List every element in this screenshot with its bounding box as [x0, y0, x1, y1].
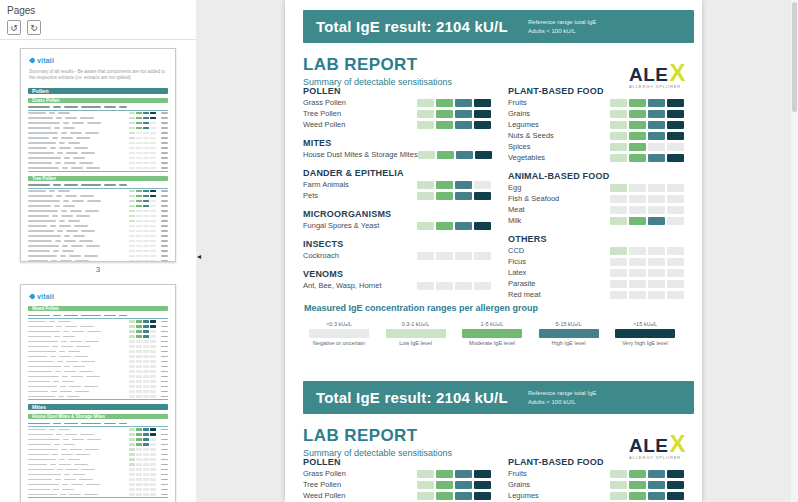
vitali-logo: vitali	[30, 293, 168, 300]
allergen-row: Fruits	[508, 97, 684, 108]
legend-range: 5-15 kUₐ/L	[539, 321, 599, 327]
ige-swatch-neg	[648, 258, 665, 266]
ige-swatch-low	[610, 184, 627, 192]
allergen-row: Grass Pollen	[303, 468, 491, 479]
allergen-row: CCD	[508, 245, 684, 256]
allergen-label: Fruits	[508, 98, 527, 107]
allergen-row: Ant, Bee, Wasp, Hornet	[303, 280, 491, 291]
ige-swatch-low	[417, 222, 434, 230]
rotate-page-right-icon[interactable]: ↻	[27, 20, 41, 35]
allergen-row: Spices	[508, 141, 684, 152]
lab-report-title: LAB REPORT	[303, 55, 452, 75]
ige-swatches	[610, 470, 684, 478]
allergen-row: Ficus	[508, 256, 684, 267]
ige-swatches	[417, 99, 491, 107]
ige-swatch-low	[610, 217, 627, 225]
ige-swatches	[417, 110, 491, 118]
category-group: VENOMSAnt, Bee, Wasp, Hornet	[303, 269, 491, 291]
ige-swatch-mod	[436, 121, 453, 129]
allergen-row: Weed Pollen	[303, 119, 491, 130]
ige-swatches	[417, 252, 491, 260]
legend-desc: Very high IgE level	[615, 340, 675, 346]
ige-swatch-mod	[629, 143, 646, 151]
allergen-label: House Dust Mites & Storage Mites	[303, 150, 418, 159]
column-left: POLLENGrass PollenTree PollenWeed Pollen…	[303, 457, 491, 502]
page-thumbnail-3[interactable]: vitaliSummary of all results - Be aware …	[20, 48, 176, 262]
ige-swatches	[610, 291, 684, 299]
lab-report-header: LAB REPORT Summary of detectable sensiti…	[303, 426, 452, 458]
thumbnail-wrap-page-4: vitaliWeed PollenMitesHouse Dust Mites &…	[20, 284, 176, 502]
ige-swatch-mod	[436, 492, 453, 500]
legend-swatch	[386, 329, 446, 338]
ige-swatch-low	[610, 110, 627, 118]
legend-desc: Negative or uncertain	[309, 340, 369, 346]
ige-swatches	[417, 481, 491, 489]
category-group: PLANT-BASED FOODFruitsGrainsLegumesNuts …	[508, 86, 684, 163]
ige-swatch-high	[455, 222, 472, 230]
allergen-label: Grass Pollen	[303, 469, 346, 478]
total-ige-result: Total IgE result: 2104 kU/L	[316, 18, 508, 35]
section-band: Pollen	[28, 88, 168, 94]
category-heading: POLLEN	[303, 457, 491, 468]
allergen-label: Ant, Bee, Wasp, Hornet	[303, 281, 382, 290]
ige-swatch-high	[648, 481, 665, 489]
results-table	[28, 313, 168, 400]
legend-range: <0.3 kUₐ/L	[309, 321, 369, 327]
collapse-sidebar-icon[interactable]: ◂	[197, 252, 201, 261]
category-group: ANIMAL-BASED FOODEggFish & SeafoodMeatMi…	[508, 171, 684, 226]
lab-report-title: LAB REPORT	[303, 426, 452, 446]
ige-swatches	[610, 217, 684, 225]
pages-panel-title: Pages	[0, 0, 196, 19]
allergen-label: Grains	[508, 480, 530, 489]
page-thumbnail-4[interactable]: vitaliWeed PollenMitesHouse Dust Mites &…	[20, 284, 176, 502]
table-row	[28, 492, 168, 497]
results-table	[28, 105, 168, 172]
ige-swatch-neg	[455, 282, 472, 290]
section-band: Tree Pollen	[28, 176, 168, 181]
ige-swatch-vhigh	[474, 470, 491, 478]
category-group: POLLENGrass PollenTree PollenWeed Pollen	[303, 457, 491, 501]
ige-swatch-mod	[629, 121, 646, 129]
allergen-row: Meat	[508, 204, 684, 215]
legend-item: 5-15 kUₐ/LHigh IgE level	[539, 321, 599, 346]
ige-swatch-neg	[648, 206, 665, 214]
allergen-label: Vegetables	[508, 153, 545, 162]
allergen-row: Weed Pollen	[303, 490, 491, 501]
ige-swatch-neg	[667, 291, 684, 299]
ige-swatch-high	[456, 151, 473, 159]
category-group: INSECTSCockroach	[303, 239, 491, 261]
vertical-scrollbar[interactable]	[791, 0, 798, 502]
ige-swatch-low	[610, 132, 627, 140]
scrollbar-thumb[interactable]	[792, 2, 797, 112]
total-ige-banner: Total IgE result: 2104 kU/L Reference ra…	[303, 10, 694, 43]
ige-swatch-neg	[667, 184, 684, 192]
ige-swatch-neg	[436, 252, 453, 260]
ige-swatch-neg	[629, 184, 646, 192]
ige-swatches	[610, 247, 684, 255]
column-left: POLLENGrass PollenTree PollenWeed Pollen…	[303, 86, 491, 308]
table-row	[28, 166, 168, 171]
ige-swatches	[610, 269, 684, 277]
allergen-label: Tree Pollen	[303, 480, 341, 489]
ige-swatches	[610, 99, 684, 107]
rotate-page-left-icon[interactable]: ↺	[7, 20, 21, 35]
page-number-label: 3	[20, 262, 176, 274]
ige-swatch-high	[648, 154, 665, 162]
ige-swatch-neg	[648, 195, 665, 203]
ige-swatch-low	[610, 154, 627, 162]
column-right: PLANT-BASED FOODFruitsGrainsLegumesNuts …	[508, 86, 684, 308]
ige-swatch-vhigh	[667, 132, 684, 140]
results-table	[28, 421, 168, 498]
ige-swatch-neg	[417, 282, 434, 290]
category-heading: MICROORGANISMS	[303, 209, 491, 220]
reference-value-line: Adults < 100 kU/L	[528, 27, 596, 36]
ige-swatch-neg	[629, 258, 646, 266]
allergen-label: Spices	[508, 142, 531, 151]
reference-value-line: Adults < 100 kU/L	[528, 398, 596, 407]
vitali-logo-text: vitali	[37, 57, 54, 64]
ige-swatch-low	[417, 481, 434, 489]
category-group: DANDER & EPITHELIAFarm AnimalsPets	[303, 168, 491, 201]
allergen-row: Egg	[508, 182, 684, 193]
ige-swatch-vhigh	[667, 154, 684, 162]
ige-swatch-neg	[667, 143, 684, 151]
